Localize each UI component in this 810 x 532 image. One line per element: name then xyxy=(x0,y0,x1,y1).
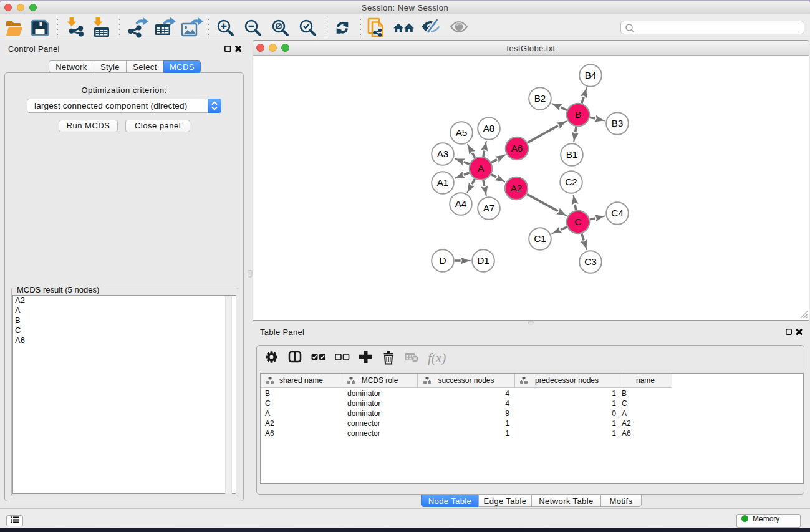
svg-text:B4: B4 xyxy=(585,70,597,80)
svg-text:C: C xyxy=(574,216,581,227)
svg-text:D: D xyxy=(439,255,446,266)
svg-text:A: A xyxy=(478,163,485,173)
svg-text:B2: B2 xyxy=(534,93,546,104)
svg-text:A6: A6 xyxy=(511,143,523,153)
svg-text:A5: A5 xyxy=(456,127,468,138)
svg-text:A2: A2 xyxy=(511,183,523,193)
svg-text:C3: C3 xyxy=(584,256,597,267)
svg-text:A7: A7 xyxy=(483,203,495,213)
svg-text:A8: A8 xyxy=(483,123,495,133)
svg-text:A3: A3 xyxy=(437,148,449,159)
svg-text:C1: C1 xyxy=(534,233,546,244)
svg-text:A4: A4 xyxy=(455,198,467,209)
svg-text:B1: B1 xyxy=(566,149,578,160)
svg-text:B: B xyxy=(575,109,581,120)
svg-text:C2: C2 xyxy=(565,177,577,187)
svg-text:B3: B3 xyxy=(612,118,624,128)
svg-text:D1: D1 xyxy=(477,255,489,266)
svg-text:A1: A1 xyxy=(437,177,449,188)
svg-text:C4: C4 xyxy=(611,208,624,218)
